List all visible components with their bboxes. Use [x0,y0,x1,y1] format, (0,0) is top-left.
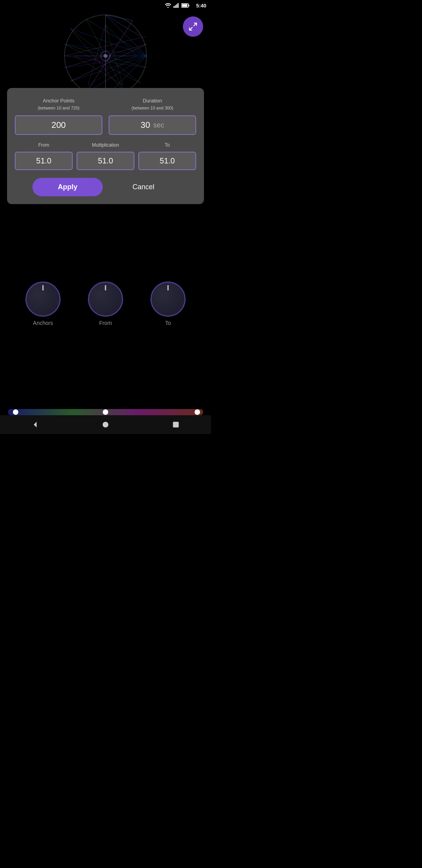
svg-rect-6 [182,4,187,7]
back-icon [31,420,39,429]
recents-icon [172,420,180,429]
multiplication-label: Multiplication [92,142,119,149]
duration-label: Duration (between 10 and 300) [131,97,173,111]
status-time: 5:40 [196,3,206,9]
svg-line-31 [64,44,141,83]
modal-row-1: Anchor Points (between 10 and 720) 200 D… [15,97,196,135]
slider-dot-left [13,409,18,415]
recents-button[interactable] [164,417,188,432]
slider-dot-center [103,409,108,415]
svg-rect-2 [176,4,177,8]
svg-line-35 [88,25,106,85]
svg-point-42 [103,422,109,428]
from-knob-indicator [105,285,106,291]
knobs-section: Anchors From To [0,282,211,326]
anchors-knob-indicator [43,285,44,291]
svg-line-7 [194,23,197,26]
anchor-points-col: Anchor Points (between 10 and 720) 200 [15,97,102,135]
expand-icon [188,22,198,31]
back-button[interactable] [23,417,47,432]
expand-button[interactable] [183,16,203,37]
to-input[interactable]: 51.0 [138,152,196,170]
to-knob-label: To [165,320,171,326]
svg-point-40 [104,54,107,58]
anchor-points-input[interactable]: 200 [15,115,102,135]
home-button[interactable] [94,417,117,432]
svg-rect-0 [173,6,175,8]
modal-row-2: From 51.0 Multiplication 51.0 To 51.0 [15,142,196,170]
to-knob[interactable] [150,282,186,317]
to-col: To 51.0 [138,142,196,170]
signal-icon [173,3,179,8]
navigation-bar [0,415,211,434]
color-slider-container [8,409,203,415]
visualization-area [0,11,211,101]
svg-line-34 [106,25,123,85]
svg-line-8 [190,27,192,30]
settings-modal: Anchor Points (between 10 and 720) 200 D… [7,88,204,204]
color-slider[interactable] [8,409,203,415]
duration-col: Duration (between 10 and 300) 30 sec [109,97,196,135]
apply-button[interactable]: Apply [32,178,103,196]
to-label: To [165,142,170,149]
to-knob-indicator [168,285,169,291]
svg-rect-3 [177,3,179,8]
anchors-knob-label: Anchors [33,320,53,326]
svg-line-10 [106,15,147,56]
cancel-button[interactable]: Cancel [108,178,179,196]
to-knob-container: To [150,282,186,326]
battery-icon [181,3,190,8]
modal-buttons: Apply Cancel [15,178,196,196]
slider-dot-right [195,409,200,415]
status-bar: 5:40 [0,0,211,11]
duration-input[interactable]: 30 sec [109,115,196,135]
svg-line-11 [106,15,141,36]
svg-rect-43 [173,422,179,428]
from-knob-container: From [88,282,123,326]
from-input[interactable]: 51.0 [15,152,73,170]
from-knob-label: From [99,320,112,326]
multiplication-input[interactable]: 51.0 [77,152,134,170]
wifi-icon [165,3,171,8]
home-icon [101,420,110,429]
circle-visualization [63,13,148,99]
anchor-points-label: Anchor Points (between 10 and 720) [38,97,79,111]
from-col: From 51.0 [15,142,73,170]
svg-rect-1 [175,5,176,8]
anchors-knob[interactable] [25,282,61,317]
svg-line-33 [106,25,137,56]
svg-rect-5 [188,5,189,7]
from-label: From [38,142,49,149]
svg-line-12 [106,15,133,21]
multiplication-col: Multiplication 51.0 [77,142,134,170]
status-icons: 5:40 [165,3,206,9]
from-knob[interactable] [88,282,123,317]
svg-marker-41 [34,422,36,428]
anchors-knob-container: Anchors [25,282,61,326]
svg-line-30 [70,29,125,93]
